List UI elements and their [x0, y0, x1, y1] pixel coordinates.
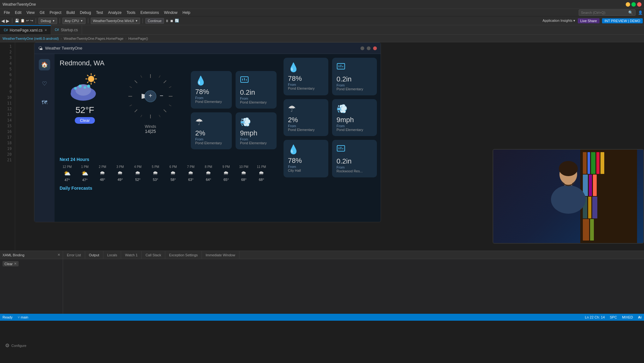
- tabs-bar: C# HomePage.xaml.cs ✕ C# Startup.cs: [0, 25, 644, 35]
- menu-window[interactable]: Window: [161, 9, 180, 16]
- chevron-down-icon: ▼: [52, 19, 55, 22]
- toolbar-saveall[interactable]: 📋: [20, 19, 25, 23]
- toolbar-save[interactable]: 💾: [15, 19, 19, 23]
- wind-card-value: 9mph: [240, 129, 272, 137]
- profile-icon[interactable]: 👤: [638, 10, 643, 15]
- stop-icon[interactable]: ⏹: [170, 19, 173, 23]
- toolbar-forward[interactable]: ▶: [6, 18, 9, 23]
- svg-line-28: [141, 115, 142, 117]
- menu-bar: File Edit View Git Project Build Debug T…: [0, 9, 644, 16]
- menu-extensions[interactable]: Extensions: [138, 9, 161, 16]
- precip2-right-sublabel: Rockwood Res...: [337, 169, 372, 173]
- sidebar-map[interactable]: 🗺: [39, 97, 50, 108]
- maximize-button[interactable]: [631, 2, 636, 7]
- hourly-scroll[interactable]: 12 PM ⛅ 47° 1 PM ⛅ 47° 2 PM 🌧 48° 3 PM 🌧…: [60, 165, 275, 182]
- humidity-sublabel: Pond Elementary: [195, 100, 227, 104]
- tab-call-stack[interactable]: Call Stack: [142, 251, 165, 259]
- tab-icon: C#: [4, 28, 8, 32]
- menu-edit[interactable]: Edit: [12, 9, 24, 16]
- project-dropdown[interactable]: WeatherTwentyOne.WinUI ▼: [91, 18, 140, 24]
- clear-tag-close-icon[interactable]: ✕: [14, 262, 17, 266]
- menu-project[interactable]: Project: [47, 9, 64, 16]
- menu-help[interactable]: Help: [180, 9, 193, 16]
- tab-immediate-window[interactable]: Immediate Window: [202, 251, 239, 259]
- xaml-panel-title: XAML Binding: [3, 253, 24, 257]
- debug-dropdown[interactable]: Debug ▼: [38, 18, 57, 24]
- tab-close-button[interactable]: ✕: [44, 28, 47, 32]
- weather-close[interactable]: [373, 46, 377, 50]
- weather-maximize[interactable]: [367, 46, 371, 50]
- breadcrumb-namespace[interactable]: WeatherTwentyOne.Pages.HomePage: [64, 37, 123, 40]
- hour-icon: 🌧: [206, 170, 211, 176]
- breadcrumb-method[interactable]: HomePage(): [128, 37, 148, 40]
- minimize-button[interactable]: [626, 2, 630, 7]
- weather-window: 🌤 Weather TwentyOne 🏠 ♡ 🗺 Redmond, WA: [34, 42, 381, 222]
- close-button[interactable]: [637, 2, 641, 7]
- hour-temp: 64°: [206, 178, 211, 182]
- xaml-panel-close[interactable]: ✕: [57, 253, 60, 257]
- sidebar-home[interactable]: 🏠: [39, 59, 50, 70]
- toolbar-redo[interactable]: ↪: [30, 19, 33, 23]
- hour-label: 7 PM: [187, 165, 194, 169]
- humidity-right-label: From: [288, 83, 324, 86]
- application-insights[interactable]: Application Insights ▾: [542, 19, 575, 23]
- live-share-button[interactable]: Live Share: [578, 18, 600, 23]
- gauge-circle: + −: [125, 71, 176, 122]
- rainchance-right-label: From: [288, 124, 324, 128]
- hour-item: 6 PM 🌧 58°: [166, 165, 181, 182]
- menu-file[interactable]: File: [1, 9, 12, 16]
- restart-icon[interactable]: 🔄: [175, 19, 179, 23]
- precip-label: From: [240, 97, 272, 100]
- weather-minimize[interactable]: [360, 46, 364, 50]
- menu-debug[interactable]: Debug: [77, 9, 93, 16]
- bottom-panels: XAML Binding ✕ Clear ✕ ⚙ Configure Error…: [0, 251, 644, 314]
- tab-homepage-xaml-cs[interactable]: C# HomePage.xaml.cs ✕: [0, 25, 51, 34]
- toolbar: ◀ ▶ 💾 📋 ↩ ↪ Debug ▼ Any CPU ▼ WeatherTwe…: [0, 16, 644, 25]
- toolbar-back[interactable]: ◀: [1, 18, 5, 23]
- svg-line-30: [130, 86, 132, 88]
- chevron-down-icon: ▼: [80, 19, 83, 22]
- menu-analyze[interactable]: Analyze: [106, 9, 124, 16]
- rain-chance-sublabel: Pond Elementary: [195, 141, 227, 145]
- xaml-panel-content: Clear ✕: [0, 259, 63, 268]
- tab-locals[interactable]: Locals: [103, 251, 121, 259]
- menu-test[interactable]: Test: [94, 9, 106, 16]
- hour-label: 8 PM: [205, 165, 212, 169]
- toolbar-undo[interactable]: ↩: [26, 19, 29, 23]
- hour-temp: 52°: [135, 178, 141, 182]
- menu-build[interactable]: Build: [64, 9, 78, 16]
- continue-button[interactable]: Continue: [145, 18, 164, 24]
- menu-view[interactable]: View: [24, 9, 37, 16]
- clear-tag[interactable]: Clear ✕: [3, 261, 19, 266]
- tab-error-list[interactable]: Error List: [63, 251, 85, 259]
- pause-icon[interactable]: ⏸: [165, 19, 169, 23]
- tab-exception-settings[interactable]: Exception Settings: [165, 251, 202, 259]
- wind-card-label: From: [240, 137, 272, 141]
- weather-content: 🏠 ♡ 🗺 Redmond, WA: [34, 54, 381, 222]
- int-preview-button[interactable]: INT PREVIEW | DEMO: [602, 18, 643, 23]
- breadcrumb-sep2: ›: [125, 37, 126, 40]
- sidebar-favorites[interactable]: ♡: [39, 78, 50, 89]
- cpu-dropdown[interactable]: Any CPU ▼: [62, 18, 85, 24]
- menu-tools[interactable]: Tools: [124, 9, 138, 16]
- precip-right-icon: [337, 62, 372, 73]
- hour-temp: 47°: [82, 178, 88, 182]
- umbrella-right-icon: ☂: [288, 104, 324, 114]
- svg-point-8: [88, 76, 94, 82]
- ai-label[interactable]: Ai: [638, 315, 641, 319]
- location-title: Redmond, WA: [60, 59, 275, 67]
- tab-startup-cs[interactable]: C# Startup.cs: [51, 25, 82, 34]
- search-input[interactable]: [581, 11, 628, 15]
- tab-output[interactable]: Output: [85, 251, 103, 259]
- hour-icon: 🌧: [100, 170, 105, 176]
- search-box[interactable]: 🔍: [579, 9, 635, 16]
- humidity-label: From: [195, 96, 227, 100]
- precip-right-value: 0.2in: [337, 75, 372, 83]
- wind-right-icon: 💨: [337, 104, 372, 114]
- breadcrumb-project[interactable]: WeatherTwentyOne (net6.0-android): [3, 37, 59, 40]
- tab-watch-1[interactable]: Watch 1: [121, 251, 142, 259]
- svg-point-15: [87, 85, 90, 88]
- status-left: Ready ⑂ main: [3, 315, 28, 319]
- menu-git[interactable]: Git: [37, 9, 47, 16]
- weather-icon-large: [66, 71, 104, 103]
